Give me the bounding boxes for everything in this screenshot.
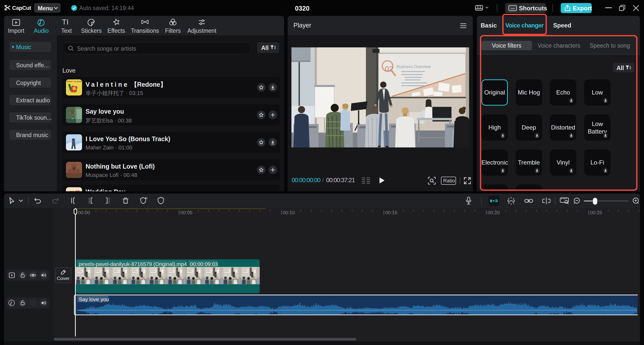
svg-text:02: 02 bbox=[385, 65, 393, 73]
svg-text:FUNKY ALBUM: FUNKY ALBUM bbox=[67, 80, 82, 83]
svg-text:Business Overview: Business Overview bbox=[397, 65, 431, 69]
svg-text:AI: AI bbox=[145, 197, 147, 200]
